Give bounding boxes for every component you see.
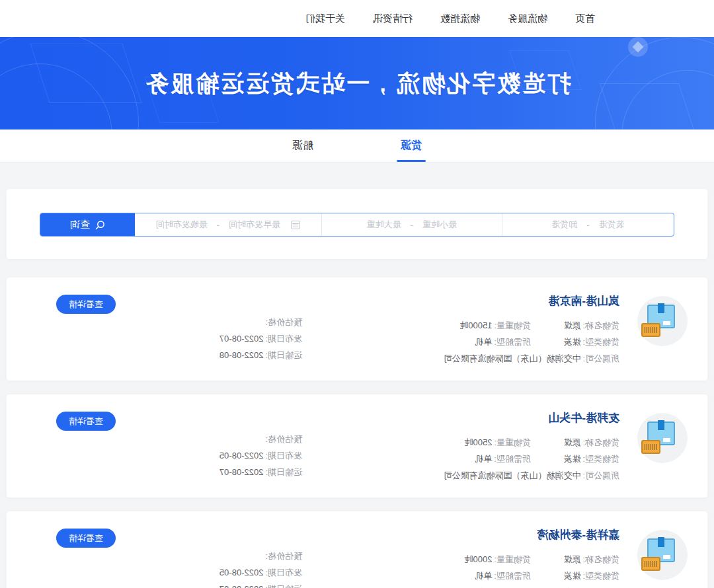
cargo-type-label: 货物类型: xyxy=(582,337,619,348)
package-tape xyxy=(658,303,664,313)
view-details-button[interactable]: 查看详情 xyxy=(56,412,116,431)
range-dash: - xyxy=(411,220,413,230)
barcode-icon xyxy=(641,440,660,454)
cargo-type-label: 货物类型: xyxy=(582,454,619,464)
price-label: 预估价格: xyxy=(265,317,302,328)
company-value: 中交润杨（山东）国际物流有限公司 xyxy=(443,353,580,364)
price-label: 预估价格: xyxy=(265,551,302,562)
range-dash: - xyxy=(586,220,589,230)
cargo-name-label: 货物名称: xyxy=(582,437,619,448)
view-details-button[interactable]: 查看详情 xyxy=(56,295,116,314)
transport-date-value: 2022-08-07 xyxy=(219,467,264,478)
search-button[interactable]: 查询 xyxy=(40,213,135,236)
mirrored-page: 首页 物流服务 物流指数 行情资讯 关于我们 打造数字化物流，一站式货运运输服务… xyxy=(0,0,714,588)
date-price-column: 预估价格: 发布日期:2022-08-07 运输日期:2022-08-08 xyxy=(219,317,302,367)
cargo-weight-value: 2500吨 xyxy=(464,437,492,448)
cargo-fields: 货物名称:原煤 货物重量:2000吨 货物类型:煤炭 所需船型:单机 所属公司:… xyxy=(443,548,619,588)
cargo-name-value: 原煤 xyxy=(563,320,580,331)
view-details-button[interactable]: 查看详情 xyxy=(56,529,116,548)
hero-banner: 打造数字化物流，一站式货运运输服务 xyxy=(0,37,714,129)
cargo-weight-label: 货物重量: xyxy=(494,320,531,331)
package-tape xyxy=(658,537,664,547)
publish-date-label: 发布日期: xyxy=(265,568,302,578)
cargo-name-label: 货物名称: xyxy=(582,320,619,331)
search-button-label: 查询 xyxy=(70,219,90,231)
ship-type-value: 单机 xyxy=(475,337,492,348)
cargo-fields: 货物名称:原煤 货物重量:2500吨 货物类型:煤炭 所需船型:单机 所属公司:… xyxy=(443,431,619,481)
search-icon xyxy=(95,220,105,230)
range-dash: - xyxy=(217,220,219,230)
route-title: 岚山港-南京港 xyxy=(548,293,619,309)
ship-type-value: 单机 xyxy=(475,454,492,464)
package-label xyxy=(663,438,670,442)
publish-date-value: 2022-08-05 xyxy=(219,568,264,578)
cargo-name-label: 货物名称: xyxy=(582,554,619,565)
tab-cargo-source[interactable]: 货源 xyxy=(397,129,426,162)
package-avatar xyxy=(637,296,688,346)
cargo-type-value: 煤炭 xyxy=(563,571,580,581)
nav-item-market-news[interactable]: 行情资讯 xyxy=(373,13,413,25)
package-label xyxy=(663,321,670,325)
tonnage-range-input[interactable]: 最小吨重 - 最大吨重 xyxy=(322,213,502,236)
source-tabbar: 货源 船源 xyxy=(0,129,714,163)
cargo-type-value: 煤炭 xyxy=(563,337,580,348)
cargo-type-label: 货物类型: xyxy=(582,571,619,581)
publish-date-value: 2022-08-07 xyxy=(219,334,264,344)
transport-date-value: 2022-08-07 xyxy=(219,584,264,588)
date-price-column: 预估价格: 发布日期:2022-08-05 运输日期:2022-08-07 xyxy=(219,434,302,484)
filter-panel: 装货港 - 卸货港 最小吨重 - 最大吨重 最早发布时间 - 最晚发布时间 查询 xyxy=(7,189,707,259)
loading-port-placeholder[interactable]: 装货港 xyxy=(598,219,624,231)
cargo-fields: 货物名称:原煤 货物重量:15000吨 货物类型:煤炭 所需船型:单机 所属公司… xyxy=(443,314,619,364)
cargo-weight-label: 货物重量: xyxy=(494,437,531,448)
min-tonnage-placeholder[interactable]: 最小吨重 xyxy=(422,219,457,231)
company-value: 中交润杨（山东）国际物流有限公司 xyxy=(443,470,580,481)
banner-title: 打造数字化物流，一站式货运运输服务 xyxy=(143,68,571,99)
port-range-input[interactable]: 装货港 - 卸货港 xyxy=(502,213,674,236)
ship-type-label: 所需船型: xyxy=(494,454,531,464)
calendar-icon xyxy=(291,221,300,229)
cargo-card-list: 岚山港-南京港 货物名称:原煤 货物重量:15000吨 货物类型:煤炭 所需船型… xyxy=(7,277,707,588)
date-price-column: 预估价格: 发布日期:2022-08-05 运输日期:2022-08-07 xyxy=(219,551,302,588)
latest-publish-placeholder[interactable]: 最晚发布时间 xyxy=(156,219,208,231)
route-title: 友邦港-牛头山 xyxy=(548,410,619,425)
ship-type-value: 单机 xyxy=(475,571,492,581)
transport-date-label: 运输日期: xyxy=(265,350,302,361)
transport-date-label: 运输日期: xyxy=(265,467,302,478)
cargo-weight-label: 货物重量: xyxy=(494,554,531,565)
discharge-port-placeholder[interactable]: 卸货港 xyxy=(551,219,577,231)
cargo-card: 岚山港-南京港 货物名称:原煤 货物重量:15000吨 货物类型:煤炭 所需船型… xyxy=(7,277,707,381)
max-tonnage-placeholder[interactable]: 最大吨重 xyxy=(367,219,401,231)
earliest-publish-placeholder[interactable]: 最早发布时间 xyxy=(229,219,280,231)
package-avatar xyxy=(637,530,688,580)
cargo-card: 友邦港-牛头山 货物名称:原煤 货物重量:2500吨 货物类型:煤炭 所需船型:… xyxy=(7,394,707,497)
cargo-weight-value: 15000吨 xyxy=(459,320,492,331)
filter-bar: 装货港 - 卸货港 最小吨重 - 最大吨重 最早发布时间 - 最晚发布时间 查询 xyxy=(40,213,674,237)
publish-date-range-input[interactable]: 最早发布时间 - 最晚发布时间 xyxy=(135,213,322,236)
package-tape xyxy=(658,420,664,430)
publish-date-value: 2022-08-05 xyxy=(219,451,264,461)
nav-item-home[interactable]: 首页 xyxy=(575,13,595,25)
cargo-card: 嘉祥港-泰州杨湾 货物名称:原煤 货物重量:2000吨 货物类型:煤炭 所需船型… xyxy=(7,511,707,588)
transport-date-value: 2022-08-08 xyxy=(219,350,264,361)
cargo-name-value: 原煤 xyxy=(563,554,580,565)
package-label xyxy=(663,555,670,559)
top-navigation: 首页 物流服务 物流指数 行情资讯 关于我们 xyxy=(0,0,714,37)
publish-date-label: 发布日期: xyxy=(265,451,302,461)
ship-type-label: 所需船型: xyxy=(494,337,531,348)
transport-date-label: 运输日期: xyxy=(265,584,302,588)
company-label: 所属公司: xyxy=(582,353,619,364)
ship-type-label: 所需船型: xyxy=(494,571,531,581)
route-title: 嘉祥港-泰州杨湾 xyxy=(537,527,619,542)
nav-item-about-us[interactable]: 关于我们 xyxy=(305,13,345,25)
company-label: 所属公司: xyxy=(582,470,619,481)
tab-ship-source[interactable]: 船源 xyxy=(288,129,317,162)
publish-date-label: 发布日期: xyxy=(265,334,302,344)
nav-item-logistics-index[interactable]: 物流指数 xyxy=(440,13,480,25)
cargo-weight-value: 2000吨 xyxy=(464,554,492,565)
cargo-name-value: 原煤 xyxy=(563,437,580,448)
price-label: 预估价格: xyxy=(265,434,302,445)
cargo-type-value: 煤炭 xyxy=(563,454,580,464)
barcode-icon xyxy=(641,557,660,571)
nav-item-logistics-services[interactable]: 物流服务 xyxy=(508,13,547,25)
package-avatar xyxy=(637,413,688,463)
